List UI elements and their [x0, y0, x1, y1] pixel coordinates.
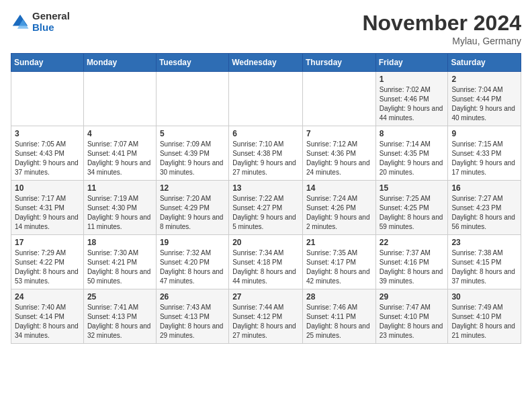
- location: Mylau, Germany: [362, 36, 521, 46]
- day-info: Sunrise: 7:38 AM Sunset: 4:15 PM Dayligh…: [451, 248, 517, 286]
- day-info: Sunrise: 7:20 AM Sunset: 4:29 PM Dayligh…: [160, 194, 225, 232]
- day-number: 20: [232, 238, 299, 247]
- calendar-cell: 28Sunrise: 7:46 AM Sunset: 4:11 PM Dayli…: [302, 289, 375, 344]
- weekday-header-tuesday: Tuesday: [156, 54, 228, 72]
- day-info: Sunrise: 7:05 AM Sunset: 4:43 PM Dayligh…: [15, 140, 80, 177]
- calendar-cell: 22Sunrise: 7:37 AM Sunset: 4:16 PM Dayli…: [375, 235, 448, 289]
- day-number: 28: [306, 292, 372, 302]
- calendar-cell: 24Sunrise: 7:40 AM Sunset: 4:14 PM Dayli…: [11, 289, 84, 344]
- day-number: 23: [451, 238, 517, 247]
- day-number: 18: [87, 238, 152, 247]
- day-info: Sunrise: 7:32 AM Sunset: 4:20 PM Dayligh…: [160, 248, 225, 286]
- calendar-cell: 3Sunrise: 7:05 AM Sunset: 4:43 PM Daylig…: [11, 126, 84, 181]
- calendar-cell: [302, 72, 375, 126]
- day-info: Sunrise: 7:29 AM Sunset: 4:22 PM Dayligh…: [15, 248, 80, 286]
- calendar-cell: [156, 72, 228, 126]
- weekday-header-friday: Friday: [375, 54, 448, 72]
- day-info: Sunrise: 7:47 AM Sunset: 4:10 PM Dayligh…: [380, 303, 445, 340]
- calendar-cell: 1Sunrise: 7:02 AM Sunset: 4:46 PM Daylig…: [375, 72, 448, 126]
- logo-text: General Blue: [32, 11, 70, 33]
- week-row-2: 3Sunrise: 7:05 AM Sunset: 4:43 PM Daylig…: [11, 126, 521, 181]
- day-number: 1: [380, 75, 445, 84]
- day-info: Sunrise: 7:35 AM Sunset: 4:17 PM Dayligh…: [306, 248, 372, 286]
- weekday-header-monday: Monday: [83, 54, 156, 72]
- calendar-cell: [11, 72, 84, 126]
- week-row-4: 17Sunrise: 7:29 AM Sunset: 4:22 PM Dayli…: [11, 235, 521, 289]
- day-number: 29: [380, 292, 445, 302]
- calendar-cell: 12Sunrise: 7:20 AM Sunset: 4:29 PM Dayli…: [156, 181, 228, 235]
- calendar-cell: 6Sunrise: 7:10 AM Sunset: 4:38 PM Daylig…: [229, 126, 303, 181]
- day-info: Sunrise: 7:10 AM Sunset: 4:38 PM Dayligh…: [232, 140, 299, 177]
- day-number: 17: [15, 238, 80, 247]
- calendar-cell: 17Sunrise: 7:29 AM Sunset: 4:22 PM Dayli…: [11, 235, 84, 289]
- calendar-cell: 13Sunrise: 7:22 AM Sunset: 4:27 PM Dayli…: [229, 181, 303, 235]
- calendar-cell: 26Sunrise: 7:43 AM Sunset: 4:13 PM Dayli…: [156, 289, 228, 344]
- logo: General Blue: [11, 11, 70, 33]
- day-info: Sunrise: 7:30 AM Sunset: 4:21 PM Dayligh…: [87, 248, 152, 286]
- calendar-cell: 8Sunrise: 7:14 AM Sunset: 4:35 PM Daylig…: [375, 126, 448, 181]
- weekday-header-thursday: Thursday: [302, 54, 375, 72]
- day-info: Sunrise: 7:49 AM Sunset: 4:10 PM Dayligh…: [451, 303, 517, 340]
- day-number: 6: [232, 129, 299, 138]
- calendar-cell: 11Sunrise: 7:19 AM Sunset: 4:30 PM Dayli…: [83, 181, 156, 235]
- day-info: Sunrise: 7:04 AM Sunset: 4:44 PM Dayligh…: [451, 85, 517, 123]
- day-number: 15: [380, 183, 445, 193]
- calendar-cell: 19Sunrise: 7:32 AM Sunset: 4:20 PM Dayli…: [156, 235, 228, 289]
- day-number: 13: [232, 183, 299, 193]
- weekday-header-saturday: Saturday: [448, 54, 521, 72]
- calendar-cell: 15Sunrise: 7:25 AM Sunset: 4:25 PM Dayli…: [375, 181, 448, 235]
- day-number: 11: [87, 183, 152, 193]
- calendar-cell: 7Sunrise: 7:12 AM Sunset: 4:36 PM Daylig…: [302, 126, 375, 181]
- week-row-3: 10Sunrise: 7:17 AM Sunset: 4:31 PM Dayli…: [11, 181, 521, 235]
- day-info: Sunrise: 7:19 AM Sunset: 4:30 PM Dayligh…: [87, 194, 152, 232]
- calendar-cell: 18Sunrise: 7:30 AM Sunset: 4:21 PM Dayli…: [83, 235, 156, 289]
- day-number: 25: [87, 292, 152, 302]
- day-number: 22: [380, 238, 445, 247]
- day-info: Sunrise: 7:25 AM Sunset: 4:25 PM Dayligh…: [380, 194, 445, 232]
- day-info: Sunrise: 7:40 AM Sunset: 4:14 PM Dayligh…: [15, 303, 80, 340]
- day-number: 19: [160, 238, 225, 247]
- calendar-cell: 5Sunrise: 7:09 AM Sunset: 4:39 PM Daylig…: [156, 126, 228, 181]
- day-info: Sunrise: 7:27 AM Sunset: 4:23 PM Dayligh…: [451, 194, 517, 232]
- day-number: 7: [306, 129, 372, 138]
- calendar-cell: 4Sunrise: 7:07 AM Sunset: 4:41 PM Daylig…: [83, 126, 156, 181]
- calendar-cell: 25Sunrise: 7:41 AM Sunset: 4:13 PM Dayli…: [83, 289, 156, 344]
- calendar: SundayMondayTuesdayWednesdayThursdayFrid…: [11, 53, 521, 344]
- day-number: 2: [451, 75, 517, 84]
- logo-blue-text: Blue: [32, 22, 70, 34]
- calendar-cell: [83, 72, 156, 126]
- weekday-header-wednesday: Wednesday: [229, 54, 303, 72]
- week-row-1: 1Sunrise: 7:02 AM Sunset: 4:46 PM Daylig…: [11, 72, 521, 126]
- day-info: Sunrise: 7:09 AM Sunset: 4:39 PM Dayligh…: [160, 140, 225, 177]
- calendar-cell: 9Sunrise: 7:15 AM Sunset: 4:33 PM Daylig…: [448, 126, 521, 181]
- calendar-cell: 14Sunrise: 7:24 AM Sunset: 4:26 PM Dayli…: [302, 181, 375, 235]
- calendar-cell: 20Sunrise: 7:34 AM Sunset: 4:18 PM Dayli…: [229, 235, 303, 289]
- day-number: 8: [380, 129, 445, 138]
- calendar-cell: 29Sunrise: 7:47 AM Sunset: 4:10 PM Dayli…: [375, 289, 448, 344]
- day-info: Sunrise: 7:41 AM Sunset: 4:13 PM Dayligh…: [87, 303, 152, 340]
- calendar-cell: 16Sunrise: 7:27 AM Sunset: 4:23 PM Dayli…: [448, 181, 521, 235]
- title-area: November 2024 Mylau, Germany: [362, 11, 521, 46]
- day-number: 5: [160, 129, 225, 138]
- day-info: Sunrise: 7:22 AM Sunset: 4:27 PM Dayligh…: [232, 194, 299, 232]
- logo-general-text: General: [32, 11, 70, 22]
- day-info: Sunrise: 7:24 AM Sunset: 4:26 PM Dayligh…: [306, 194, 372, 232]
- day-number: 26: [160, 292, 225, 302]
- day-number: 24: [15, 292, 80, 302]
- calendar-cell: 30Sunrise: 7:49 AM Sunset: 4:10 PM Dayli…: [448, 289, 521, 344]
- day-info: Sunrise: 7:02 AM Sunset: 4:46 PM Dayligh…: [380, 85, 445, 123]
- day-number: 27: [232, 292, 299, 302]
- weekday-header-row: SundayMondayTuesdayWednesdayThursdayFrid…: [11, 54, 521, 72]
- day-info: Sunrise: 7:17 AM Sunset: 4:31 PM Dayligh…: [15, 194, 80, 232]
- week-row-5: 24Sunrise: 7:40 AM Sunset: 4:14 PM Dayli…: [11, 289, 521, 344]
- day-info: Sunrise: 7:44 AM Sunset: 4:12 PM Dayligh…: [232, 303, 299, 340]
- day-info: Sunrise: 7:07 AM Sunset: 4:41 PM Dayligh…: [87, 140, 152, 177]
- day-info: Sunrise: 7:14 AM Sunset: 4:35 PM Dayligh…: [380, 140, 445, 177]
- day-number: 10: [15, 183, 80, 193]
- day-number: 21: [306, 238, 372, 247]
- day-info: Sunrise: 7:46 AM Sunset: 4:11 PM Dayligh…: [306, 303, 372, 340]
- calendar-cell: 23Sunrise: 7:38 AM Sunset: 4:15 PM Dayli…: [448, 235, 521, 289]
- logo-icon: [11, 13, 30, 32]
- calendar-cell: 2Sunrise: 7:04 AM Sunset: 4:44 PM Daylig…: [448, 72, 521, 126]
- day-number: 16: [451, 183, 517, 193]
